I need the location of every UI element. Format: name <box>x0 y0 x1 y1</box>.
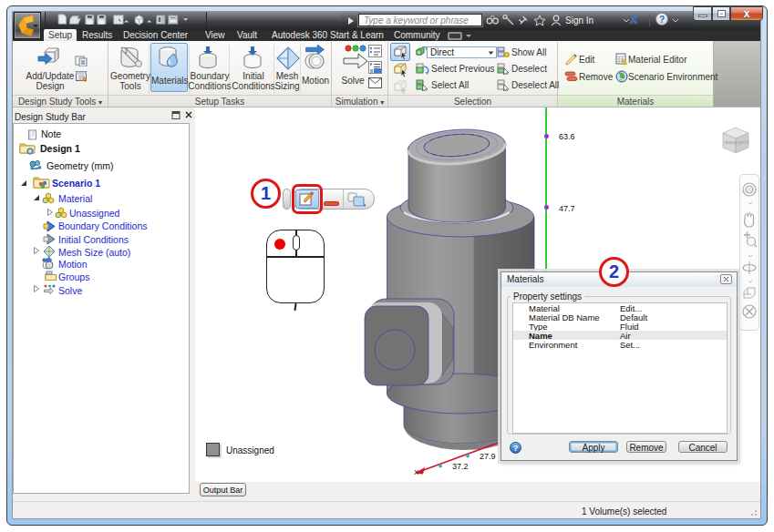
svg-text:37.2: 37.2 <box>452 462 469 471</box>
svg-text:RIGHT: RIGHT <box>725 140 738 146</box>
svg-text:BACK: BACK <box>738 139 750 145</box>
svg-text:X: X <box>414 468 419 476</box>
svg-text:27.9: 27.9 <box>480 452 496 461</box>
